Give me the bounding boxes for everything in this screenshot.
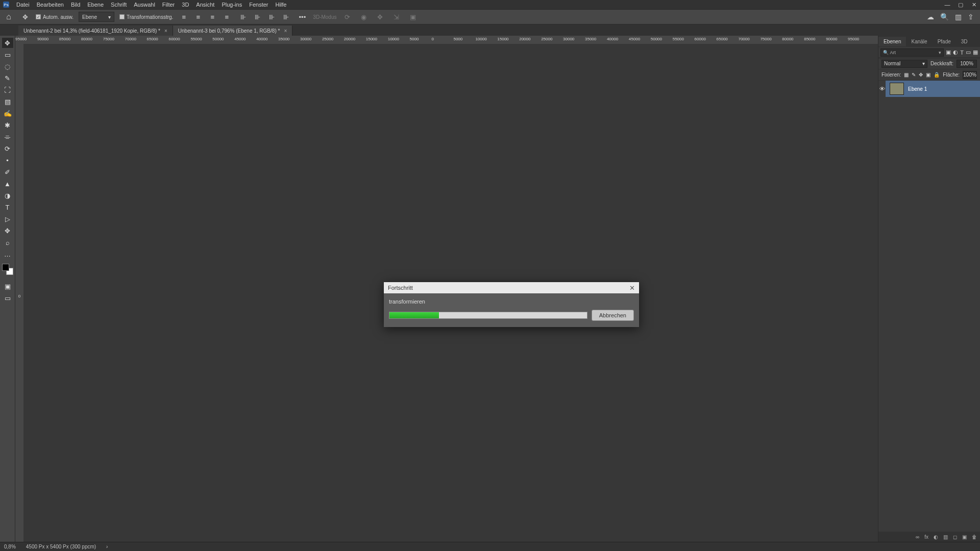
blend-mode-dropdown[interactable]: Normal▾ [881, 60, 927, 68]
align-bottom-icon[interactable]: ⊪ [266, 11, 277, 22]
move-tool[interactable]: ✥ [2, 38, 13, 48]
healing-brush-tool[interactable]: ✱ [2, 120, 13, 130]
menu-auswahl[interactable]: Auswahl [134, 2, 155, 8]
auto-select-target-dropdown[interactable]: Ebene▾ [79, 12, 114, 22]
filter-shape-icon[interactable]: ▭ [966, 49, 971, 56]
canvas[interactable]: Fortschritt ✕ transformieren Abbrechen [23, 44, 878, 542]
eyedropper-tool[interactable]: ✍ [2, 108, 13, 118]
gradient-tool[interactable]: ▲ [2, 179, 13, 189]
marquee-tool[interactable]: ▭ [2, 49, 13, 60]
dialog-titlebar[interactable]: Fortschritt ✕ [384, 282, 639, 293]
edit-toolbar-icon[interactable]: … [2, 249, 13, 259]
menu-datei[interactable]: Datei [16, 2, 30, 8]
filter-smartobj-icon[interactable]: ▦ [973, 49, 978, 56]
layer-mask-icon[interactable]: ◐ [934, 534, 938, 540]
lock-pixels-icon[interactable]: ✎ [912, 72, 916, 78]
lock-position-icon[interactable]: ✥ [919, 72, 923, 78]
layer-row[interactable]: 👁 Ebene 1 [878, 81, 980, 97]
foreground-color-swatch[interactable] [2, 264, 9, 271]
adjustment-layer-icon[interactable]: ▥ [943, 534, 948, 540]
clone-stamp-tool[interactable]: ⟳ [2, 143, 13, 154]
panel-tab-pfade[interactable]: Pfade [933, 37, 956, 46]
history-brush-tool[interactable]: • [2, 155, 13, 165]
align-right-icon[interactable]: ≡ [207, 11, 218, 22]
screen-mode-icon[interactable]: ▭ [2, 293, 13, 303]
menu-plugins[interactable]: Plug-ins [222, 2, 242, 8]
filter-adjust-icon[interactable]: ◐ [953, 49, 958, 56]
dialog-close-icon[interactable]: ✕ [629, 284, 635, 292]
close-tab-icon[interactable]: × [284, 28, 287, 34]
search-icon[interactable]: 🔍 [940, 13, 949, 21]
panel-tab-ebenen[interactable]: Ebenen [878, 37, 906, 46]
menu-bild[interactable]: Bild [71, 2, 80, 8]
layer-visibility-icon[interactable]: 👁 [878, 81, 886, 97]
share-icon[interactable]: ⇪ [968, 13, 974, 21]
lock-artboard-icon[interactable]: ▣ [926, 72, 930, 78]
filter-pixel-icon[interactable]: ▣ [946, 49, 951, 56]
frame-tool[interactable]: ▧ [2, 96, 13, 107]
window-close[interactable]: ✕ [971, 2, 977, 8]
3d-slide-icon: ⇲ [391, 11, 402, 22]
menu-schrift[interactable]: Schrift [111, 2, 127, 8]
align-middle-icon[interactable]: ⊪ [252, 11, 263, 22]
dropdown-value: Ebene [82, 14, 97, 20]
cloud-docs-icon[interactable]: ☁ [927, 13, 934, 21]
fill-input[interactable]: 100% [963, 71, 977, 79]
filter-type-icon[interactable]: T [960, 49, 964, 56]
window-minimize[interactable]: — [944, 2, 950, 8]
layer-filter-dropdown[interactable]: 🔍 Art ▾ [880, 48, 944, 57]
dodge-tool[interactable]: ◑ [2, 190, 13, 201]
more-options-icon[interactable]: ••• [297, 11, 308, 22]
crop-tool[interactable]: ⛶ [2, 85, 13, 95]
lasso-tool[interactable]: ◌ [2, 61, 13, 71]
align-left-icon[interactable]: ≡ [178, 11, 189, 22]
group-layers-icon[interactable]: ◻ [953, 534, 957, 540]
move-tool-icon[interactable]: ✥ [19, 11, 31, 22]
menu-hilfe[interactable]: Hilfe [275, 2, 286, 8]
workspace-icon[interactable]: ▥ [955, 13, 962, 21]
layer-thumbnail[interactable] [890, 83, 904, 95]
menu-ebene[interactable]: Ebene [87, 2, 104, 8]
brush-tool[interactable]: ⌯ [2, 132, 13, 142]
hand-tool[interactable]: ✥ [2, 226, 13, 236]
delete-layer-icon[interactable]: 🗑 [972, 534, 977, 540]
ruler-mark: 30000 [563, 37, 574, 41]
new-layer-icon[interactable]: ▣ [962, 534, 967, 540]
lock-all-icon[interactable]: 🔒 [934, 72, 940, 78]
layer-fx-icon[interactable]: fx [924, 534, 928, 540]
magic-wand-tool[interactable]: ✎ [2, 73, 13, 83]
status-more-icon[interactable]: › [106, 544, 108, 549]
cancel-button[interactable]: Abbrechen [592, 310, 634, 321]
menu-filter[interactable]: Filter [162, 2, 175, 8]
window-maximize[interactable]: ▢ [958, 2, 964, 8]
color-swatches[interactable] [2, 264, 13, 275]
auto-select-checkbox[interactable]: ✓ Autom. ausw. [36, 14, 74, 20]
3d-pan-icon: ✥ [375, 11, 386, 22]
zoom-tool[interactable]: ⌕ [2, 237, 13, 247]
menu-3d[interactable]: 3D [182, 2, 189, 8]
document-dimensions[interactable]: 4500 Px x 5400 Px (300 ppcm) [26, 544, 96, 549]
document-tab[interactable]: Unbenannt-2 bei 14,3% (field-406181_1920… [18, 26, 173, 36]
layer-name[interactable]: Ebene 1 [908, 86, 927, 92]
align-top-icon[interactable]: ⊪ [237, 11, 249, 22]
panel-tab-kanaele[interactable]: Kanäle [906, 37, 932, 46]
lock-transparency-icon[interactable]: ▦ [904, 72, 909, 78]
distribute-h-icon[interactable]: ≡ [221, 11, 232, 22]
type-tool[interactable]: T [2, 202, 13, 212]
panel-tab-3d[interactable]: 3D [956, 37, 973, 46]
home-icon[interactable] [3, 11, 14, 22]
transform-controls-checkbox[interactable]: Transformationsstrg. [119, 14, 173, 20]
menu-bearbeiten[interactable]: Bearbeiten [37, 2, 64, 8]
path-selection-tool[interactable]: ▷ [2, 214, 13, 224]
opacity-input[interactable]: 100% [957, 60, 977, 68]
menu-fenster[interactable]: Fenster [249, 2, 268, 8]
distribute-v-icon[interactable]: ⊪ [280, 11, 291, 22]
eraser-tool[interactable]: ✐ [2, 167, 13, 177]
document-tab[interactable]: Unbenannt-3 bei 0,796% (Ebene 1, RGB/8) … [173, 26, 292, 36]
menu-ansicht[interactable]: Ansicht [196, 2, 214, 8]
zoom-level[interactable]: 0,8% [4, 544, 16, 549]
link-layers-icon[interactable]: ∞ [916, 534, 919, 540]
close-tab-icon[interactable]: × [164, 28, 167, 34]
quick-mask-icon[interactable]: ▣ [2, 281, 13, 291]
align-center-h-icon[interactable]: ≡ [192, 11, 204, 22]
